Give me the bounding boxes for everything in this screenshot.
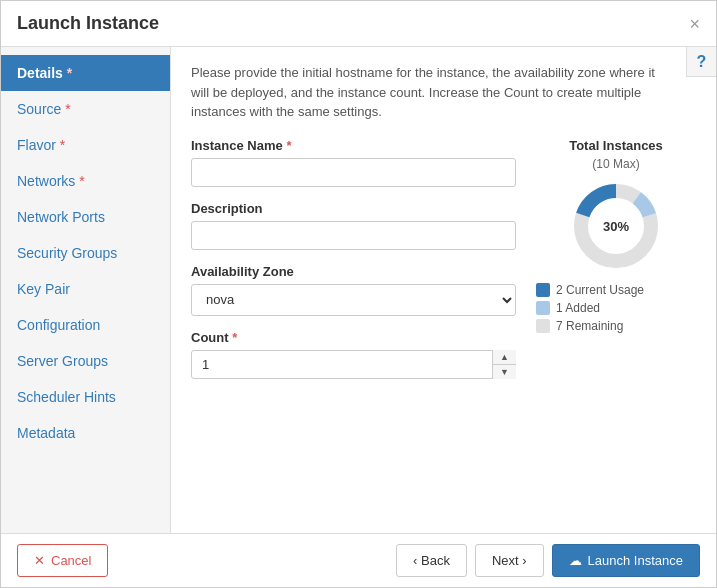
legend-item-remaining: 7 Remaining [536,319,696,333]
launch-label: Launch Instance [588,553,683,568]
chart-legend: 2 Current Usage 1 Added 7 Remaining [536,283,696,337]
chart-section: Total Instances (10 Max) 30% [536,138,696,393]
count-group: Count * ▲ ▼ [191,330,516,379]
sidebar-item-source[interactable]: Source * [1,91,170,127]
count-spinner: ▲ ▼ [191,350,516,379]
sidebar-item-flavor[interactable]: Flavor * [1,127,170,163]
count-decrement-button[interactable]: ▼ [493,365,516,379]
instance-name-label: Instance Name * [191,138,516,153]
availability-zone-select[interactable]: nova [191,284,516,316]
legend-label-current: 2 Current Usage [556,283,644,297]
launch-instance-modal: Launch Instance × Details *Source *Flavo… [0,0,717,588]
footer-right: ‹ Back Next › ☁ Launch Instance [396,544,700,577]
description-input[interactable] [191,221,516,250]
sidebar-item-networks[interactable]: Networks * [1,163,170,199]
content-grid: Instance Name * Description Availability… [191,138,696,393]
description-text: Please provide the initial hostname for … [191,63,666,122]
legend-item-current: 2 Current Usage [536,283,696,297]
modal-header: Launch Instance × [1,1,716,47]
sidebar-item-metadata[interactable]: Metadata [1,415,170,451]
sidebar-item-network-ports[interactable]: Network Ports [1,199,170,235]
legend-label-added: 1 Added [556,301,600,315]
legend-color-remaining [536,319,550,333]
sidebar-item-security-groups[interactable]: Security Groups [1,235,170,271]
description-label: Description [191,201,516,216]
cancel-icon: ✕ [34,553,45,568]
required-star-count: * [232,330,237,345]
count-input[interactable] [191,350,516,379]
instance-name-group: Instance Name * [191,138,516,187]
sidebar-item-server-groups[interactable]: Server Groups [1,343,170,379]
sidebar-item-details[interactable]: Details * [1,55,170,91]
form-section: Instance Name * Description Availability… [191,138,516,393]
sidebar-item-scheduler-hints[interactable]: Scheduler Hints [1,379,170,415]
donut-chart: 30% [571,181,661,271]
launch-icon: ☁ [569,553,582,568]
description-group: Description [191,201,516,250]
required-star-name: * [286,138,291,153]
count-increment-button[interactable]: ▲ [493,350,516,365]
cancel-button[interactable]: ✕ Cancel [17,544,108,577]
legend-item-added: 1 Added [536,301,696,315]
count-label: Count * [191,330,516,345]
instance-name-input[interactable] [191,158,516,187]
legend-label-remaining: 7 Remaining [556,319,623,333]
modal-body: Details *Source *Flavor *Networks *Netwo… [1,47,716,533]
help-icon: ? [697,53,707,71]
availability-zone-group: Availability Zone nova [191,264,516,316]
modal-title: Launch Instance [17,13,159,34]
availability-zone-label: Availability Zone [191,264,516,279]
spinner-buttons: ▲ ▼ [492,350,516,379]
close-button[interactable]: × [689,15,700,33]
sidebar-item-configuration[interactable]: Configuration [1,307,170,343]
donut-label: 30% [603,218,629,233]
chart-title: Total Instances [569,138,663,153]
back-button[interactable]: ‹ Back [396,544,467,577]
legend-color-current [536,283,550,297]
launch-instance-button[interactable]: ☁ Launch Instance [552,544,700,577]
main-content: ? Please provide the initial hostname fo… [171,47,716,533]
sidebar: Details *Source *Flavor *Networks *Netwo… [1,47,171,533]
sidebar-item-key-pair[interactable]: Key Pair [1,271,170,307]
modal-footer: ✕ Cancel ‹ Back Next › ☁ Launch Instance [1,533,716,587]
cancel-label: Cancel [51,553,91,568]
chart-subtitle: (10 Max) [592,157,639,171]
next-button[interactable]: Next › [475,544,544,577]
legend-color-added [536,301,550,315]
help-button[interactable]: ? [686,47,716,77]
